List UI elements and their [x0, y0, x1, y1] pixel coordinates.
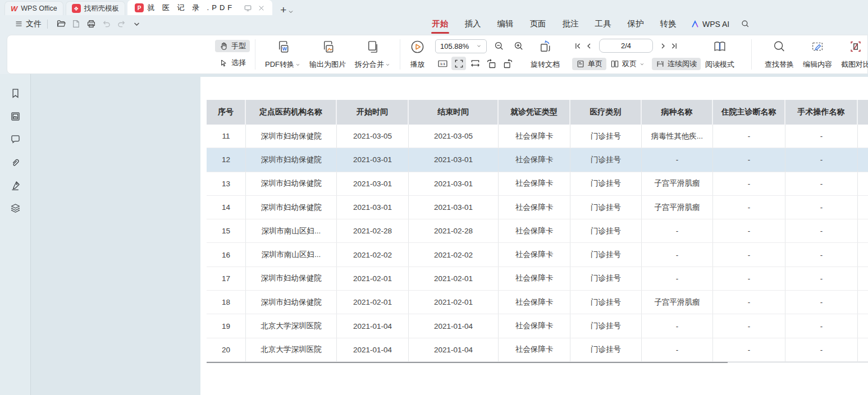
page-number-input[interactable]	[599, 39, 653, 53]
ribbon-tab-insert[interactable]: 插入	[465, 16, 481, 32]
table-cell: 2021-01-04	[337, 338, 409, 361]
double-page-label: 双页	[622, 59, 637, 69]
export-image-button[interactable]: 输出为图片	[305, 39, 350, 70]
close-tab-icon[interactable]	[258, 4, 265, 12]
table-cell: 2021-03-01	[337, 148, 409, 171]
fit-width-button[interactable]	[468, 57, 482, 70]
new-tab-button[interactable]: +	[280, 4, 286, 15]
single-page-button[interactable]: 单页	[572, 58, 606, 70]
table-cell: 病毒性其他疾...	[642, 125, 713, 148]
screenshot-compare-label: 截图对比	[841, 59, 868, 70]
print-icon[interactable]	[86, 19, 97, 29]
table-cell: 子宫平滑肌瘤	[642, 196, 713, 219]
save-icon[interactable]	[71, 19, 81, 29]
table-stub-cell	[858, 172, 868, 195]
first-page-icon[interactable]	[572, 40, 583, 52]
last-page-icon[interactable]	[669, 40, 680, 52]
next-page-icon[interactable]	[657, 40, 669, 52]
layers-panel-icon[interactable]	[10, 203, 21, 214]
ribbon-tab-tools[interactable]: 工具	[595, 16, 611, 32]
zoom-out-icon[interactable]	[492, 39, 506, 53]
previous-page-icon[interactable]	[583, 40, 595, 52]
table-row: 13深圳市妇幼保健院2021-03-012021-03-01社会保障卡门诊挂号子…	[207, 172, 868, 196]
thumbnails-panel-icon[interactable]	[10, 111, 21, 122]
tab-docer-templates[interactable]: ❖ 找稻壳模板	[66, 1, 126, 15]
ribbon-tab-comment[interactable]: 批注	[563, 16, 579, 32]
read-mode-label: 阅读模式	[705, 59, 734, 70]
table-cell: 社会保障卡	[499, 338, 570, 361]
play-icon	[410, 39, 425, 54]
read-mode-button[interactable]: 阅读模式	[701, 39, 739, 70]
fit-page-button[interactable]	[451, 57, 466, 70]
more-actions-chevron-icon[interactable]	[131, 19, 142, 29]
bookmarks-panel-icon[interactable]	[10, 88, 21, 99]
menu-bar: 文件 开始 插入 编辑 页面 批注 工具 保护 转换 WPS AI	[0, 15, 868, 33]
play-button[interactable]: 播放	[405, 39, 430, 70]
table-cell: 20	[207, 338, 246, 361]
rotate-document-label: 旋转文档	[531, 59, 560, 70]
comments-panel-icon[interactable]	[10, 134, 21, 145]
single-page-label: 单页	[588, 59, 602, 69]
rotate-right-button[interactable]	[500, 57, 515, 70]
table-cell: 18	[207, 291, 246, 314]
actual-size-button[interactable]: 1:1	[435, 57, 450, 70]
ribbon-tab-edit[interactable]: 编辑	[497, 16, 514, 32]
table-row: 19北京大学深圳医院2021-01-042021-01-04社会保障卡门诊挂号-…	[207, 314, 868, 338]
zoom-level-value: 105.88%	[440, 42, 469, 50]
tab-wps-office[interactable]: W WPS Office	[4, 1, 63, 15]
zoom-level-dropdown[interactable]: 105.88%	[435, 39, 487, 53]
table-row: 20北京大学深圳医院2021-01-042021-01-04社会保障卡门诊挂号-…	[207, 338, 868, 362]
table-cell: 子宫平滑肌瘤	[642, 172, 713, 195]
table-cell: 2021-02-02	[409, 243, 499, 266]
open-folder-icon[interactable]	[56, 19, 66, 29]
attachments-panel-icon[interactable]	[10, 157, 21, 168]
tab-document-pdf[interactable]: P 就 医 记 录 .PDF	[127, 0, 272, 15]
continuous-reading-button[interactable]: 连续阅读	[652, 58, 701, 70]
ribbon-tab-convert[interactable]: 转换	[660, 16, 677, 32]
screenshot-compare-button[interactable]: 截图对比	[837, 39, 868, 70]
column-header: 手术操作名称	[785, 100, 858, 125]
table-cell: 19	[207, 314, 246, 337]
edit-content-icon	[810, 39, 825, 54]
edit-content-button[interactable]: 编辑内容	[798, 39, 837, 70]
table-cell: 社会保障卡	[499, 314, 570, 337]
redo-icon[interactable]	[116, 19, 127, 29]
chevron-down-icon	[476, 43, 482, 49]
table-row: 11深圳市妇幼保健院2021-03-052021-03-05社会保障卡门诊挂号病…	[207, 125, 868, 148]
ribbon-tab-page[interactable]: 页面	[530, 16, 546, 32]
table-stub-cell	[858, 148, 868, 171]
table-cell: 11	[207, 125, 246, 148]
file-menu-button[interactable]: 文件	[15, 19, 42, 29]
tab-list-chevron-icon[interactable]	[287, 8, 294, 15]
table-cell: 2021-03-01	[409, 196, 499, 219]
column-header: 序号	[207, 100, 246, 125]
table-cell: 2021-02-28	[409, 219, 499, 242]
zoom-in-icon[interactable]	[511, 39, 526, 53]
menu-search-icon[interactable]	[741, 19, 750, 29]
table-cell: -	[785, 243, 858, 266]
wps-ai-button[interactable]: WPS AI	[691, 20, 729, 29]
split-merge-button[interactable]: 拆分合并	[350, 39, 395, 70]
table-bottom-border	[207, 362, 868, 363]
continuous-reading-icon	[656, 59, 665, 68]
pdf-convert-button[interactable]: W PDF转换	[261, 39, 305, 70]
signature-panel-icon[interactable]	[10, 180, 21, 191]
double-page-button[interactable]: 双页	[606, 58, 648, 70]
screen-share-icon[interactable]	[244, 4, 252, 12]
table-cell: 2021-02-01	[337, 267, 409, 290]
svg-text:1:1: 1:1	[440, 62, 445, 66]
export-image-icon	[320, 39, 335, 54]
table-cell: 社会保障卡	[499, 291, 570, 314]
table-cell: -	[785, 267, 858, 290]
table-cell: -	[785, 314, 858, 337]
find-replace-button[interactable]: 查找替换	[760, 39, 798, 70]
select-tool-button[interactable]: 选择	[215, 57, 250, 69]
double-page-icon	[610, 59, 619, 68]
rotate-document-button[interactable]: 旋转文档	[526, 39, 564, 70]
ribbon-tab-protect[interactable]: 保护	[628, 16, 644, 32]
ribbon-tab-home[interactable]: 开始	[432, 16, 449, 32]
rotate-left-button[interactable]	[484, 57, 499, 70]
hand-tool-button[interactable]: 手型	[215, 40, 250, 52]
undo-icon[interactable]	[101, 19, 112, 29]
table-cell: 15	[207, 219, 246, 242]
